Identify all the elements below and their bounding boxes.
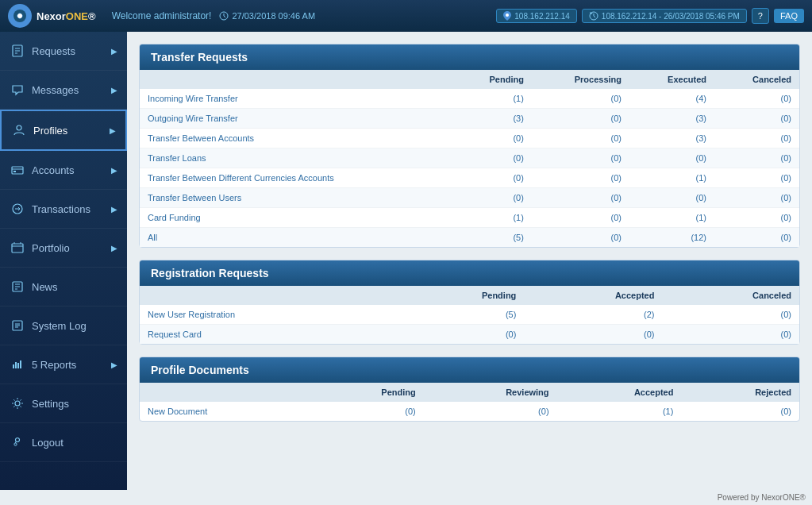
row-canceled: (0) [714, 208, 799, 228]
sidebar-item-settings[interactable]: Settings [0, 384, 127, 423]
reports-icon [10, 357, 25, 372]
col-label [140, 70, 454, 89]
sidebar-item-profiles[interactable]: Profiles ▶ [0, 110, 127, 151]
layout: Requests ▶ Messages ▶ Profiles ▶ [0, 32, 812, 490]
messages-chevron: ▶ [111, 86, 117, 94]
sidebar-item-profiles-inner: Profiles [11, 122, 67, 138]
col-canceled: Canceled [714, 70, 799, 89]
row-label[interactable]: New Document [140, 402, 310, 421]
svg-rect-14 [12, 244, 23, 252]
table-row: Outgoing Wire Transfer (3) (0) (3) (0) [140, 109, 799, 129]
row-rejected: (0) [681, 402, 799, 421]
row-label[interactable]: Transfer Between Users [140, 188, 454, 208]
doc-col-pending: Pending [310, 383, 424, 402]
systemlog-icon [10, 318, 25, 333]
row-executed: (3) [629, 129, 714, 148]
table-row: New User Registration (5) (2) (0) [140, 305, 799, 325]
row-label[interactable]: Transfer Loans [140, 148, 454, 168]
row-executed: (3) [629, 109, 714, 129]
row-pending: (0) [454, 148, 532, 168]
sidebar-item-systemlog[interactable]: System Log [0, 306, 127, 345]
sidebar-item-accounts-inner: Accounts [10, 162, 74, 178]
sidebar-item-reports[interactable]: 5 Reports ▶ [0, 345, 127, 384]
settings-label: Settings [32, 398, 69, 410]
row-pending: (3) [454, 109, 532, 129]
ip-session-text: 108.162.212.14 - 26/03/2018 05:46 PM [602, 12, 740, 21]
registration-requests-header-row: Pending Accepted Canceled [140, 286, 799, 305]
sidebar-item-news-inner: News [10, 279, 58, 295]
registration-requests-header: Registration Requests [140, 260, 799, 286]
row-processing: (0) [532, 168, 629, 188]
sidebar-item-logout[interactable]: Logout [0, 423, 127, 462]
logout-label: Logout [32, 437, 63, 449]
sidebar-item-portfolio[interactable]: Portfolio ▶ [0, 229, 127, 268]
row-pending: (1) [454, 208, 532, 228]
table-row: Request Card (0) (0) (0) [140, 325, 799, 345]
accounts-chevron: ▶ [111, 166, 117, 175]
row-reviewing: (0) [424, 402, 557, 421]
table-row: Transfer Between Different Currencies Ac… [140, 168, 799, 188]
table-row: Card Funding (1) (0) (1) (0) [140, 208, 799, 228]
row-label[interactable]: Card Funding [140, 208, 454, 228]
sidebar-item-transactions-inner: Transactions [10, 201, 90, 217]
row-processing: (0) [532, 208, 629, 228]
transactions-label: Transactions [32, 203, 90, 215]
news-icon [10, 279, 25, 295]
svg-point-31 [16, 438, 20, 442]
row-pending: (0) [398, 325, 525, 345]
transactions-chevron: ▶ [111, 205, 117, 214]
sidebar-item-logout-inner: Logout [10, 434, 63, 450]
row-canceled: (0) [714, 228, 799, 248]
sidebar-item-messages[interactable]: Messages ▶ [0, 71, 127, 110]
transfer-requests-table: Pending Processing Executed Canceled Inc… [140, 70, 799, 247]
table-row: All (5) (0) (12) (0) [140, 228, 799, 248]
accounts-icon [10, 162, 25, 178]
row-executed: (12) [629, 228, 714, 248]
ip-location-text: 108.162.212.14 [514, 12, 570, 21]
transactions-icon [10, 201, 25, 217]
row-label[interactable]: Transfer Between Accounts [140, 129, 454, 148]
portfolio-label: Portfolio [32, 242, 70, 254]
row-label[interactable]: Incoming Wire Transfer [140, 89, 454, 109]
registration-requests-body: New User Registration (5) (2) (0) Reques… [140, 305, 799, 344]
faq-button[interactable]: FAQ [774, 9, 804, 23]
question-button[interactable]: ? [752, 8, 769, 24]
row-label[interactable]: Outgoing Wire Transfer [140, 109, 454, 129]
doc-col-label [140, 383, 310, 402]
main-content: Transfer Requests Pending Processing Exe… [127, 32, 812, 490]
row-label[interactable]: All [140, 228, 454, 248]
row-label[interactable]: Transfer Between Different Currencies Ac… [140, 168, 454, 188]
logo: NexorONE® [8, 4, 96, 28]
row-canceled: (0) [662, 325, 799, 345]
sidebar-item-news[interactable]: News [0, 268, 127, 306]
row-canceled: (0) [714, 148, 799, 168]
row-label[interactable]: New User Registration [140, 305, 398, 325]
sidebar-item-accounts[interactable]: Accounts ▶ [0, 151, 127, 190]
table-row: Incoming Wire Transfer (1) (0) (4) (0) [140, 89, 799, 109]
svg-rect-26 [13, 364, 14, 368]
profiles-icon [11, 122, 27, 138]
messages-label: Messages [32, 84, 79, 96]
messages-icon [10, 82, 25, 98]
sidebar-item-transactions[interactable]: Transactions ▶ [0, 190, 127, 229]
profile-documents-header: Profile Documents [140, 357, 799, 383]
row-canceled: (0) [714, 168, 799, 188]
registration-requests-section: Registration Requests Pending Accepted C… [139, 260, 800, 345]
reg-col-label [140, 286, 398, 305]
svg-rect-29 [20, 360, 21, 368]
row-label[interactable]: Request Card [140, 325, 398, 345]
table-row: Transfer Loans (0) (0) (0) (0) [140, 148, 799, 168]
row-executed: (1) [629, 208, 714, 228]
sidebar-item-reports-inner: 5 Reports [10, 357, 76, 372]
clock-icon [219, 11, 229, 21]
registration-requests-table: Pending Accepted Canceled New User Regis… [140, 286, 799, 344]
sidebar-item-requests[interactable]: Requests ▶ [0, 32, 127, 71]
row-executed: (4) [629, 89, 714, 109]
transfer-requests-section: Transfer Requests Pending Processing Exe… [139, 44, 800, 248]
col-executed: Executed [629, 70, 714, 89]
row-processing: (0) [532, 188, 629, 208]
row-canceled: (0) [714, 129, 799, 148]
row-pending: (0) [454, 188, 532, 208]
doc-col-rejected: Rejected [681, 383, 799, 402]
row-processing: (0) [532, 129, 629, 148]
